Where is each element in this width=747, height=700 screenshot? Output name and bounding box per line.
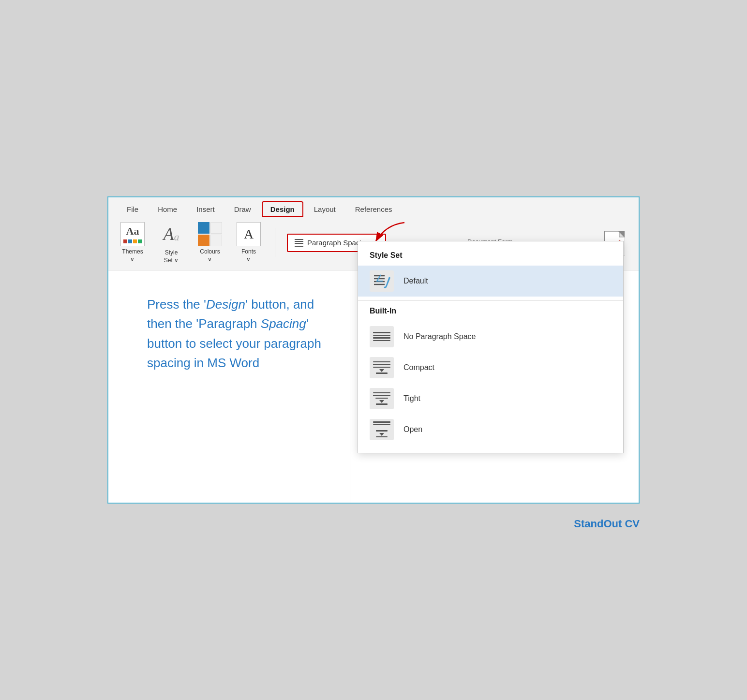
branding-text-black: StandOut bbox=[574, 518, 625, 530]
doc-text: Press the 'Design' button, and then the … bbox=[147, 295, 326, 372]
tight-icon bbox=[370, 388, 394, 409]
no-para-space-label: No Paragraph Space bbox=[403, 332, 476, 341]
dropdown-item-default[interactable]: Default bbox=[358, 266, 623, 297]
word-window: File Home Insert Draw Design Layout Refe… bbox=[107, 196, 640, 504]
no-para-space-icon bbox=[370, 326, 394, 347]
fonts-button[interactable]: A Fonts ∨ bbox=[234, 222, 263, 263]
doc-text-italic1: Design bbox=[206, 297, 245, 312]
screenshot-container: File Home Insert Draw Design Layout Refe… bbox=[107, 196, 640, 504]
tab-file[interactable]: File bbox=[118, 201, 147, 217]
themes-caret: ∨ bbox=[130, 256, 134, 263]
tab-design[interactable]: Design bbox=[262, 201, 303, 217]
paragraph-spacing-icon bbox=[295, 239, 303, 247]
colours-label: Colours ∨ bbox=[200, 248, 220, 263]
default-icon bbox=[370, 270, 394, 292]
fonts-caret: ∨ bbox=[246, 256, 251, 263]
style-set-button[interactable]: A a StyleSet ∨ bbox=[157, 221, 186, 264]
style-set-label: StyleSet ∨ bbox=[164, 249, 179, 264]
style-set-icon: A a bbox=[158, 221, 184, 247]
dropdown-divider bbox=[358, 300, 623, 301]
standout-cv-branding: StandOut CV bbox=[574, 518, 640, 530]
open-icon bbox=[370, 419, 394, 440]
open-label: Open bbox=[403, 425, 422, 434]
dropdown-item-tight[interactable]: Tight bbox=[358, 383, 623, 414]
compact-icon bbox=[370, 357, 394, 378]
themes-button[interactable]: Aa Themes ∨ bbox=[118, 222, 147, 263]
colours-icon bbox=[198, 222, 222, 246]
tab-home[interactable]: Home bbox=[149, 201, 186, 217]
colours-button[interactable]: Colours ∨ bbox=[195, 222, 224, 263]
fonts-label: Fonts ∨ bbox=[241, 248, 256, 263]
tight-label: Tight bbox=[403, 394, 420, 403]
doc-text-italic2: Spacing bbox=[261, 316, 306, 331]
branding-text-blue: CV bbox=[625, 518, 640, 530]
doc-text-part1: Press the ' bbox=[147, 297, 206, 312]
dropdown-item-compact[interactable]: Compact bbox=[358, 352, 623, 383]
dropdown-item-open[interactable]: Open bbox=[358, 414, 623, 445]
doc-text-panel: Press the 'Design' button, and then the … bbox=[108, 270, 350, 503]
paragraph-spacing-dropdown: Style Set bbox=[358, 241, 624, 453]
default-label: Default bbox=[403, 277, 428, 285]
dropdown-item-no-para-space[interactable]: No Paragraph Space bbox=[358, 321, 623, 352]
compact-label: Compact bbox=[403, 363, 434, 372]
style-set-section-title: Style Set bbox=[358, 249, 623, 266]
tab-bar: File Home Insert Draw Design Layout Refe… bbox=[108, 197, 639, 217]
themes-label: Themes ∨ bbox=[122, 248, 143, 263]
tab-references[interactable]: References bbox=[346, 201, 401, 217]
themes-icon: Aa bbox=[120, 222, 145, 246]
colours-caret: ∨ bbox=[208, 256, 212, 263]
tab-layout[interactable]: Layout bbox=[305, 201, 344, 217]
builtin-section-title: Built-In bbox=[358, 305, 623, 321]
tab-insert[interactable]: Insert bbox=[188, 201, 224, 217]
toolbar-separator bbox=[275, 228, 275, 257]
svg-marker-2 bbox=[619, 231, 625, 237]
tab-draw[interactable]: Draw bbox=[225, 201, 260, 217]
fonts-icon: A bbox=[237, 222, 261, 246]
